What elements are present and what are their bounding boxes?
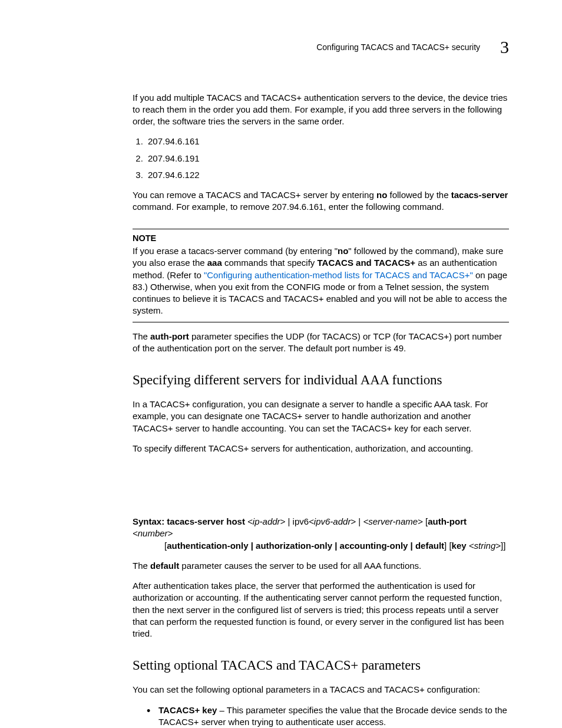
- note-body: If you erase a tacacs-server command (by…: [133, 245, 509, 317]
- body-paragraph: To specify different TACACS+ servers for…: [133, 443, 509, 454]
- remove-server-paragraph: You can remove a TACACS and TACACS+ serv…: [133, 189, 509, 213]
- page: Configuring TACACS and TACACS+ security …: [0, 0, 562, 728]
- chapter-number: 3: [500, 35, 509, 60]
- header-section-title: Configuring TACACS and TACACS+ security: [316, 42, 480, 53]
- intro-paragraph: If you add multiple TACACS and TACACS+ a…: [133, 92, 509, 128]
- list-item: 207.94.6.122: [146, 169, 509, 181]
- list-item: 207.94.6.161: [146, 136, 509, 147]
- syntax-line-1: Syntax: tacacs-server host <ip-addr> | i…: [133, 516, 509, 540]
- syntax-block: Syntax: tacacs-server host <ip-addr> | i…: [133, 516, 509, 552]
- body-paragraph: In a TACACS+ configuration, you can desi…: [133, 398, 509, 434]
- list-item: TACACS+ key – This parameter specifies t…: [148, 704, 509, 728]
- syntax-line-2: [authentication-only | authorization-onl…: [133, 540, 509, 552]
- server-ip-list: 207.94.6.161 207.94.6.191 207.94.6.122: [133, 136, 509, 181]
- default-param-paragraph: The default parameter causes the server …: [133, 560, 509, 572]
- spacer: [133, 463, 509, 516]
- cross-reference-link[interactable]: "Configuring authentication-method lists…: [204, 270, 473, 280]
- page-header: Configuring TACACS and TACACS+ security …: [133, 35, 509, 60]
- note-title: NOTE: [133, 233, 509, 245]
- note-callout: NOTE If you erase a tacacs-server comman…: [133, 229, 509, 322]
- subheading-aaa-functions: Specifying different servers for individ…: [133, 371, 509, 389]
- bullet-list: TACACS+ key – This parameter specifies t…: [133, 704, 509, 728]
- auth-port-paragraph: The auth-port parameter specifies the UD…: [133, 331, 509, 355]
- list-item: 207.94.6.191: [146, 153, 509, 164]
- body-paragraph: After authentication takes place, the se…: [133, 580, 509, 640]
- subheading-optional-params: Setting optional TACACS and TACACS+ para…: [133, 656, 509, 674]
- body-paragraph: You can set the following optional param…: [133, 684, 509, 696]
